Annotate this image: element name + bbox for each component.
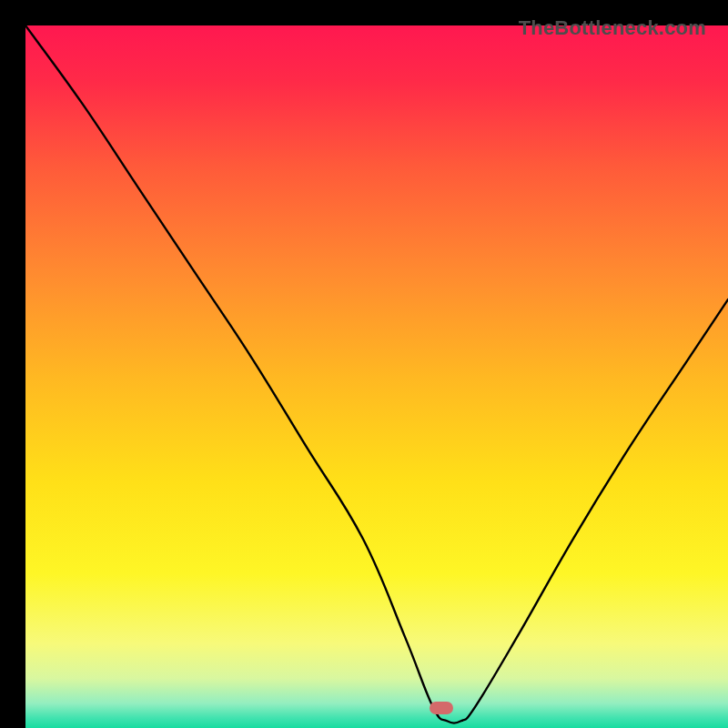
bottleneck-chart <box>25 25 728 728</box>
gradient-background <box>25 25 728 728</box>
optimal-marker <box>430 702 453 714</box>
watermark-label: TheBottleneck.com <box>519 16 706 40</box>
chart-frame: TheBottleneck.com <box>13 13 715 715</box>
